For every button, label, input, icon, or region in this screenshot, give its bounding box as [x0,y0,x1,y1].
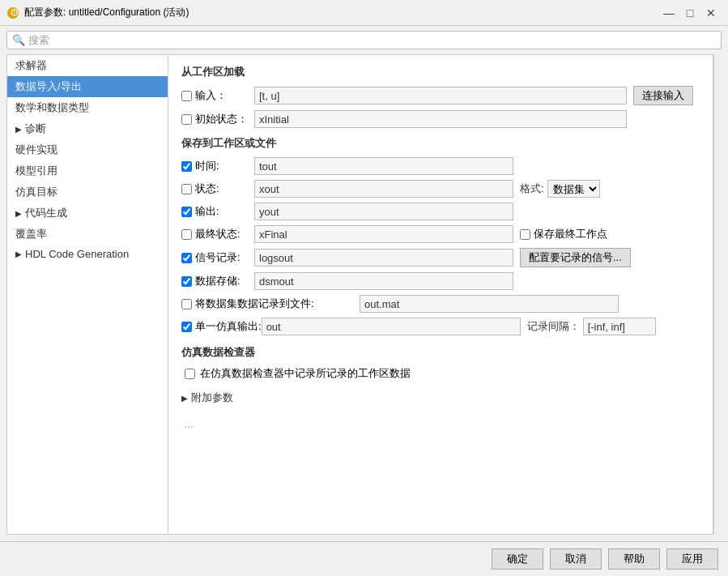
confirm-button[interactable]: 确定 [492,548,543,570]
input-checkbox[interactable] [181,91,192,101]
sidebar-item-hdl-code-gen[interactable]: ▶ HDL Code Generation [7,245,168,263]
initial-state-checkbox-wrap: 初始状态： [181,112,254,126]
final-state-checkbox-wrap: 最终状态: [181,227,254,241]
dataset-file-checkbox[interactable] [181,299,192,309]
single-sim-row: 单一仿真输出: 记录间隔： [181,318,700,335]
interval-label: 记录间隔： [527,319,580,334]
additional-params[interactable]: ▶ 附加参数 [181,390,700,405]
signal-log-checkbox[interactable] [181,253,192,263]
sidebar-item-diagnostics[interactable]: ▶ 诊断 [7,118,168,139]
final-state-value-field[interactable] [254,225,513,243]
additional-params-arrow-icon: ▶ [181,394,188,403]
input-value-field[interactable] [254,87,627,105]
output-checkbox[interactable] [181,207,192,217]
ellipsis: ... [181,418,700,430]
input-label: 输入： [195,88,227,103]
state-value-field[interactable] [254,180,513,198]
data-store-row: 数据存储: [181,272,700,290]
scrollbar-right[interactable] [713,54,722,535]
save-last-point-checkbox[interactable] [520,229,530,240]
sim-inspector-label: 在仿真数据检查器中记录所记录的工作区数据 [200,366,411,381]
time-checkbox[interactable] [181,161,192,172]
sidebar-item-data-import-export[interactable]: 数据导入/导出 [7,76,168,97]
format-label: 格式: [520,181,544,196]
data-store-checkbox[interactable] [181,276,192,287]
search-input[interactable] [28,34,716,46]
sidebar-item-sim-target[interactable]: 仿真目标 [7,181,168,203]
close-button[interactable]: ✕ [700,5,722,21]
load-workspace-title: 从工作区加载 [181,65,700,79]
signal-log-checkbox-wrap: 信号记录: [181,250,254,265]
signal-log-value-field[interactable] [254,249,513,267]
sim-inspector-title: 仿真数据检查器 [181,345,700,360]
cancel-button[interactable]: 取消 [550,548,602,570]
sidebar-item-coverage[interactable]: 覆盖率 [7,224,168,245]
sidebar-item-hardware[interactable]: 硬件实现 [7,139,168,160]
interval-value-field[interactable] [583,318,656,335]
state-label: 状态: [195,181,219,196]
additional-params-label: 附加参数 [191,390,233,405]
save-last-point-wrap: 保存最终工作点 [520,227,607,241]
output-label: 输出: [195,204,219,219]
final-state-row: 最终状态: 保存最终工作点 [181,225,700,243]
search-bar: 🔍 [6,31,722,49]
time-checkbox-wrap: 时间: [181,159,254,173]
sidebar-item-model-ref[interactable]: 模型引用 [7,160,168,181]
configure-signal-button[interactable]: 配置要记录的信号... [520,248,631,267]
expand-arrow-icon: ▶ [15,125,22,134]
state-checkbox-wrap: 状态: [181,181,254,196]
output-checkbox-wrap: 输出: [181,204,254,219]
final-state-checkbox[interactable] [181,229,192,240]
format-group: 格式: 数据集 [520,180,600,198]
initial-state-checkbox[interactable] [181,114,192,125]
format-select[interactable]: 数据集 [547,180,600,198]
sidebar-item-hdl-code-gen-label: HDL Code Generation [25,248,129,260]
single-sim-checkbox-wrap: 单一仿真输出: [181,319,262,334]
state-row: 状态: 格式: 数据集 [181,180,700,198]
dataset-file-checkbox-wrap: 将数据集数据记录到文件: [181,297,360,311]
sidebar-item-solver[interactable]: 求解器 [7,55,168,76]
help-button[interactable]: 帮助 [608,548,660,570]
input-checkbox-wrap: 输入： [181,88,254,103]
sidebar-item-diagnostics-label: 诊断 [25,122,46,136]
time-label: 时间: [195,159,219,173]
connect-input-button[interactable]: 连接输入 [633,86,693,105]
search-icon: 🔍 [12,34,25,46]
sidebar: 求解器 数据导入/导出 数学和数据类型 ▶ 诊断 硬件实现 模型引用 仿真目标 … [6,54,168,535]
output-row: 输出: [181,203,700,220]
final-state-label: 最终状态: [195,227,241,241]
single-sim-value-field[interactable] [262,318,521,335]
app-icon: ⚙ [6,6,19,19]
single-sim-label: 单一仿真输出: [195,319,262,334]
single-sim-checkbox[interactable] [181,322,192,332]
signal-log-label: 信号记录: [195,250,241,265]
data-store-value-field[interactable] [254,272,513,290]
apply-button[interactable]: 应用 [666,548,718,570]
data-store-checkbox-wrap: 数据存储: [181,274,254,288]
signal-log-row: 信号记录: 配置要记录的信号... [181,248,700,267]
dataset-file-value-field[interactable] [360,295,619,313]
initial-state-label: 初始状态： [195,112,248,126]
expand-arrow-icon: ▶ [15,250,22,258]
sidebar-item-code-gen[interactable]: ▶ 代码生成 [7,203,168,224]
title-bar: ⚙ 配置参数: untitled/Configuration (活动) — □ … [0,0,728,26]
initial-state-value-field[interactable] [254,110,627,128]
sidebar-item-math-data-types[interactable]: 数学和数据类型 [7,97,168,118]
sim-inspector-checkbox[interactable] [185,369,195,379]
initial-state-row: 初始状态： [181,110,700,128]
content-panel: 从工作区加载 输入： 连接输入 初始状态： 保存到工作区或文件 时间: [168,54,713,535]
sim-inspector-section: 仿真数据检查器 在仿真数据检查器中记录所记录的工作区数据 [181,345,700,381]
save-workspace-title: 保存到工作区或文件 [181,136,700,151]
minimize-button[interactable]: — [658,5,679,21]
time-value-field[interactable] [254,157,513,175]
dataset-file-row: 将数据集数据记录到文件: [181,295,700,313]
maximize-button[interactable]: □ [679,5,700,21]
main-area: 求解器 数据导入/导出 数学和数据类型 ▶ 诊断 硬件实现 模型引用 仿真目标 … [6,54,722,535]
output-value-field[interactable] [254,203,513,220]
time-row: 时间: [181,157,700,175]
save-last-point-label: 保存最终工作点 [534,227,607,241]
bottom-bar: 确定 取消 帮助 应用 [0,541,728,576]
svg-text:⚙: ⚙ [10,6,19,19]
state-checkbox[interactable] [181,184,192,194]
expand-arrow-icon: ▶ [15,209,22,218]
